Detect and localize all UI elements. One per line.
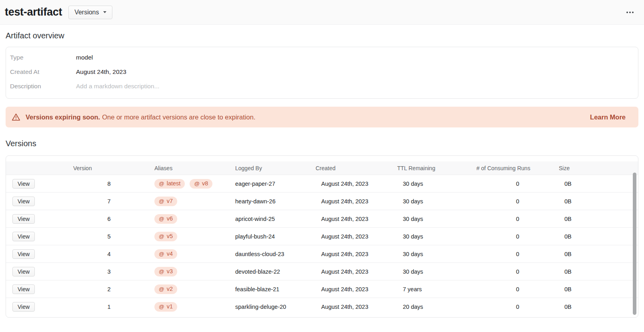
- aliases-cell: @v4: [154, 249, 235, 259]
- consuming-runs-count: 0: [476, 181, 559, 187]
- action-cell: View: [6, 267, 73, 276]
- created-date: August 24th, 2023: [316, 216, 397, 222]
- learn-more-link[interactable]: Learn More: [590, 113, 626, 121]
- versions-table-body: View 8 @latest@v8 eager-paper-27 August …: [6, 175, 638, 315]
- logged-by: apricot-wind-25: [235, 216, 316, 222]
- chevron-down-icon: [103, 11, 106, 13]
- view-button[interactable]: View: [12, 302, 35, 312]
- at-icon: @: [159, 268, 164, 275]
- top-bar: test-artifact Versions: [0, 0, 644, 25]
- aliases-cell: @latest@v8: [154, 179, 235, 189]
- description-input[interactable]: Add a markdown description...: [76, 83, 633, 90]
- alias-label: v3: [167, 268, 173, 275]
- column-header-size: Size: [559, 165, 638, 171]
- logged-by: playful-bush-24: [235, 233, 316, 240]
- created-at-label: Created At: [10, 68, 76, 76]
- alias-label: v6: [167, 215, 173, 222]
- alias-badge: @v8: [190, 179, 212, 189]
- column-header-aliases: Aliases: [154, 165, 235, 171]
- consuming-runs-count: 0: [476, 286, 559, 292]
- alias-label: v7: [167, 198, 173, 205]
- view-button[interactable]: View: [12, 197, 35, 206]
- warning-icon: [12, 113, 20, 121]
- alias-label: v8: [202, 180, 208, 187]
- consuming-runs-count: 0: [476, 198, 559, 205]
- alert-title: Versions expiring soon.: [26, 113, 100, 121]
- table-row: View 2 @v2 feasible-blaze-21 August 24th…: [6, 280, 638, 298]
- ttl-remaining: 30 days: [397, 268, 476, 275]
- ttl-remaining: 30 days: [397, 216, 476, 222]
- created-date: August 24th, 2023: [316, 251, 397, 257]
- view-button[interactable]: View: [12, 232, 35, 241]
- version-size: 0B: [559, 304, 638, 310]
- version-size: 0B: [559, 216, 638, 222]
- ttl-remaining: 7 years: [397, 286, 476, 292]
- versions-dropdown-label: Versions: [74, 9, 99, 16]
- logged-by: hearty-dawn-26: [235, 198, 316, 205]
- overview-card: Type model Created At August 24th, 2023 …: [6, 47, 638, 99]
- view-button[interactable]: View: [12, 249, 35, 259]
- action-cell: View: [6, 302, 73, 312]
- column-header-created: Created: [316, 165, 397, 171]
- vertical-scrollbar-thumb[interactable]: [633, 173, 636, 315]
- table-row: View 4 @v4 dauntless-cloud-23 August 24t…: [6, 245, 638, 262]
- alias-badge: @v7: [154, 197, 177, 206]
- consuming-runs-count: 0: [476, 304, 559, 310]
- created-at-value: August 24th, 2023: [76, 68, 126, 76]
- aliases-cell: @v2: [154, 284, 235, 294]
- created-date: August 24th, 2023: [316, 286, 397, 292]
- description-label: Description: [10, 83, 76, 90]
- view-button[interactable]: View: [12, 179, 35, 189]
- ttl-remaining: 20 days: [397, 304, 476, 310]
- version-size: 0B: [559, 181, 638, 187]
- versions-dropdown-button[interactable]: Versions: [68, 6, 112, 19]
- version-size: 0B: [559, 286, 638, 292]
- version-number: 3: [73, 268, 154, 275]
- column-header-consuming-runs: # of Consuming Runs: [476, 165, 559, 171]
- version-number: 8: [73, 181, 154, 187]
- created-at-field-row: Created At August 24th, 2023: [10, 65, 633, 79]
- alert-text: Versions expiring soon.One or more artif…: [26, 113, 590, 121]
- created-date: August 24th, 2023: [316, 304, 397, 310]
- description-field-row: Description Add a markdown description..…: [10, 79, 633, 93]
- at-icon: @: [159, 180, 164, 187]
- column-header-logged-by: Logged By: [235, 165, 316, 171]
- at-icon: @: [159, 233, 164, 240]
- view-button[interactable]: View: [12, 267, 35, 276]
- table-row: View 6 @v6 apricot-wind-25 August 24th, …: [6, 210, 638, 227]
- action-cell: View: [6, 197, 73, 206]
- alias-label: v5: [167, 233, 173, 240]
- version-size: 0B: [559, 251, 638, 257]
- at-icon: @: [159, 198, 164, 205]
- consuming-runs-count: 0: [476, 216, 559, 222]
- version-size: 0B: [559, 233, 638, 240]
- logged-by: devoted-blaze-22: [235, 268, 316, 275]
- overflow-menu-icon[interactable]: [626, 9, 634, 16]
- alias-label: v1: [167, 303, 173, 310]
- alias-badge: @latest: [154, 179, 185, 189]
- action-cell: View: [6, 284, 73, 294]
- table-row: View 3 @v3 devoted-blaze-22 August 24th,…: [6, 262, 638, 280]
- alias-label: latest: [167, 180, 181, 187]
- version-number: 2: [73, 286, 154, 292]
- alias-badge: @v1: [154, 302, 177, 312]
- version-size: 0B: [559, 198, 638, 205]
- at-icon: @: [159, 250, 164, 257]
- view-button[interactable]: View: [12, 214, 35, 224]
- type-field-row: Type model: [10, 50, 633, 65]
- ttl-remaining: 30 days: [397, 251, 476, 257]
- column-header-ttl-remaining: TTL Remaining: [397, 165, 476, 171]
- logged-by: sparkling-deluge-20: [235, 304, 316, 310]
- view-button[interactable]: View: [12, 284, 35, 294]
- aliases-cell: @v1: [154, 302, 235, 312]
- table-row: View 8 @latest@v8 eager-paper-27 August …: [6, 175, 638, 192]
- at-icon: @: [159, 215, 164, 222]
- versions-section-title: Versions: [6, 139, 638, 148]
- versions-table: Version Aliases Logged By Created TTL Re…: [6, 155, 638, 318]
- table-header-row: Version Aliases Logged By Created TTL Re…: [6, 161, 638, 175]
- consuming-runs-count: 0: [476, 251, 559, 257]
- created-date: August 24th, 2023: [316, 198, 397, 205]
- at-icon: @: [159, 303, 164, 310]
- version-number: 6: [73, 216, 154, 222]
- consuming-runs-count: 0: [476, 233, 559, 240]
